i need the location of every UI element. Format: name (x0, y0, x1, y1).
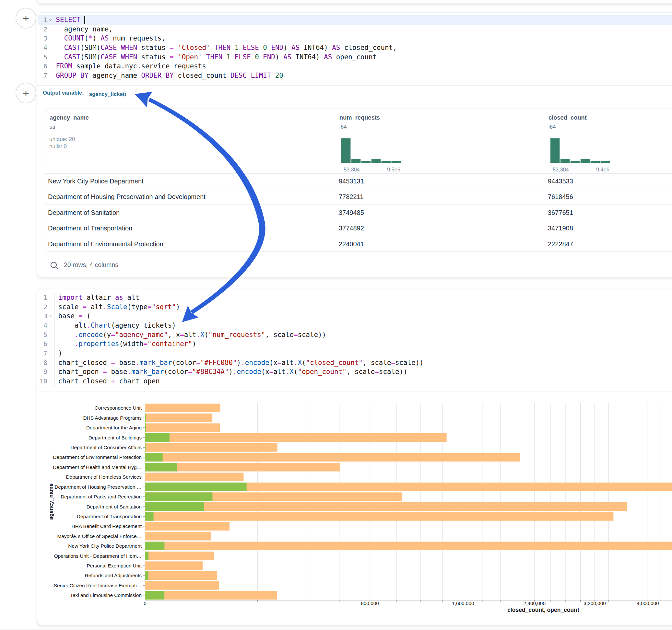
code-token-kw: BY (80, 72, 89, 79)
code-token-plain: alt (184, 331, 196, 339)
code-line: 6 .properties(width="container") (37, 339, 672, 349)
table-row[interactable]: Department of Housing Preservation and D… (45, 189, 672, 204)
code-token-plain (56, 44, 64, 51)
code-token-plain: INT64) (299, 44, 332, 51)
output-variable-row: Output variable: agency_tickets (37, 85, 672, 99)
editor-output-divider (37, 391, 672, 391)
table-cell: Department of Transportation (48, 224, 132, 232)
code-token-op: * (89, 34, 93, 42)
svg-text:Department of Buildings: Department of Buildings (89, 435, 142, 440)
code-token-op: = (103, 368, 107, 375)
add-cell-button-middle[interactable]: + (16, 83, 36, 103)
svg-text:Refunds and Adjustments: Refunds and Adjustments (85, 573, 142, 578)
table-row[interactable]: Department of Transportation377489234719… (45, 220, 672, 236)
code-token-num: 0 (255, 53, 259, 61)
column-type: i64 (339, 124, 347, 130)
column-type: str (50, 124, 56, 130)
code-token-kw: CASE (100, 53, 117, 61)
code-token-fn: encode (78, 331, 103, 339)
hist-max-label: 9.4e6 (596, 167, 609, 173)
text-cursor (84, 16, 85, 24)
code-token-plain: (x (261, 368, 269, 375)
code-token-plain: base (58, 312, 79, 320)
svg-text:Department of Parks and Recrea: Department of Parks and Recreation (61, 494, 142, 500)
code-token-op: . (75, 331, 79, 339)
code-token-kw: AS (332, 44, 340, 51)
line-number: 8 (34, 358, 47, 367)
code-token-kw: THEN (214, 44, 231, 51)
code-token-plain: closed_count (174, 72, 231, 79)
svg-text:Mayorâ€ s Office of Special En: Mayorâ€ s Office of Special Enforce… (57, 533, 142, 539)
code-token-plain: agency_name (89, 72, 141, 79)
table-cell: 3677651 (548, 209, 573, 217)
code-line: 3⌄base = ( (37, 311, 672, 321)
plus-icon: + (23, 12, 29, 24)
code-token-plain: num_requests, (109, 34, 165, 42)
code-token-plain (210, 44, 214, 51)
code-token-op: . (127, 368, 131, 375)
table-row[interactable]: New York City Police Department945313194… (45, 173, 672, 189)
code-token-plain: (SUM( (80, 53, 101, 61)
line-number: 7 (34, 349, 47, 358)
output-variable-chip[interactable]: agency_tickets (87, 90, 126, 98)
table-row-count: 20 rows, 4 columns (64, 261, 118, 269)
code-token-str: "open_count" (297, 368, 346, 375)
code-token-plain: (type (127, 303, 147, 311)
table-cell: 9453131 (339, 177, 364, 185)
code-token-kw: DESC (231, 72, 247, 79)
sql-code-editor[interactable]: 1⌄SELECT 2 agency_name,3 COUNT(*) AS num… (37, 15, 672, 85)
code-token-kw: CAST (64, 53, 80, 61)
code-token-plain: alt (273, 368, 286, 375)
python-code-editor[interactable]: 1import altair as alt2scale = alt.Scale(… (37, 293, 672, 387)
fold-chevron-icon[interactable]: ⌄ (49, 14, 52, 24)
line-number: 5 (34, 330, 47, 340)
code-token-fn: X (297, 359, 302, 366)
code-token-kw: CASE (100, 44, 117, 51)
code-token-plain: chart_open (115, 377, 160, 385)
chart-bars (145, 404, 672, 600)
code-token-plain: base (107, 368, 127, 375)
add-cell-button-top[interactable]: + (16, 8, 36, 28)
code-token-str: "num_requests" (209, 331, 265, 339)
code-line: 1⌄SELECT (37, 15, 672, 25)
code-token-plain: base (115, 359, 136, 366)
hist-min-label: 53,304 (344, 167, 360, 173)
notebook-page: + + 1⌄SELECT 2 agency_name,3 COUNT(*) AS… (0, 0, 672, 630)
table-cell: Department of Sanitation (48, 209, 120, 217)
code-line: 9chart_open = base.mark_bar(color="#8BC3… (37, 367, 672, 377)
code-token-op: . (103, 303, 107, 311)
search-icon[interactable] (50, 261, 59, 271)
table-cell: 3774892 (339, 224, 364, 232)
svg-text:Department of Health and Menta: Department of Health and Mental Hyg… (53, 464, 142, 470)
code-token-plain: INT64) (291, 53, 324, 61)
code-token-op: = (144, 340, 148, 348)
svg-text:Operations Unit - Department o: Operations Unit - Department of Hom… (54, 553, 142, 559)
line-number: 6 (34, 62, 47, 71)
code-token-plain (239, 44, 243, 51)
line-number: 5 (34, 52, 47, 62)
code-token-plain: scale (58, 303, 83, 311)
code-token-op: + (111, 377, 115, 385)
svg-text:Senior Citizen Rent Increase E: Senior Citizen Rent Increase Exempti… (54, 583, 142, 588)
code-token-kw: LIMIT (251, 72, 271, 79)
table-row[interactable]: Department of Environmental Protection22… (45, 236, 672, 252)
plus-icon: + (23, 87, 29, 99)
code-token-op: = (278, 359, 282, 366)
code-token-plain: , scale (363, 359, 391, 366)
code-token-plain: open_count (332, 53, 377, 61)
code-token-str: "closed_count" (306, 359, 362, 366)
svg-text:2,400,000: 2,400,000 (524, 601, 546, 606)
svg-text:3,200,000: 3,200,000 (583, 601, 605, 606)
column-stat: unique: 20 (49, 136, 75, 143)
code-token-op: = (188, 368, 192, 375)
svg-text:Department of Homeless Service: Department of Homeless Services (66, 474, 142, 480)
table-cell: 3749485 (339, 209, 364, 217)
code-token-op: = (170, 53, 174, 61)
table-row[interactable]: Department of Sanitation37494853677651 (45, 205, 672, 220)
svg-text:Correspondence Unit: Correspondence Unit (95, 405, 142, 411)
code-token-plain: altair (83, 294, 115, 301)
code-token-plain: ) (92, 34, 100, 42)
code-token-plain: (SUM( (80, 44, 101, 51)
code-token-plain: ) (58, 349, 63, 357)
fold-chevron-icon[interactable]: ⌄ (49, 311, 52, 320)
